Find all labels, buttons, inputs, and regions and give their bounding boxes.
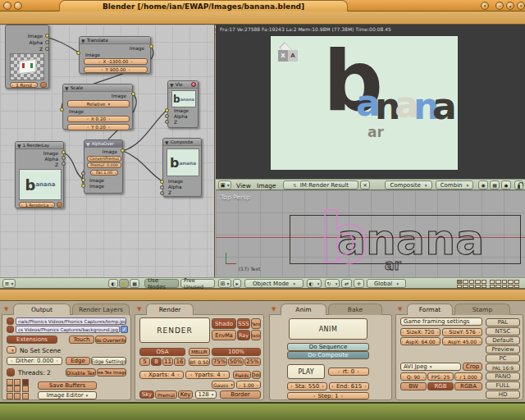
- tab-bake[interactable]: Bake: [328, 304, 382, 315]
- collapse-icon[interactable]: ▼: [65, 85, 69, 91]
- fps-base-field[interactable]: / 1.000: [454, 372, 482, 381]
- pano-toggle[interactable]: Pano: [251, 318, 261, 329]
- premul-toggle[interactable]: Premul: [155, 390, 177, 399]
- radio-toggle[interactable]: Radio: [251, 330, 261, 340]
- manipulator-button[interactable]: ⇄: [341, 279, 352, 288]
- do-composite-toggle[interactable]: Do Composite: [287, 351, 369, 359]
- osa-8-button[interactable]: 8: [151, 358, 162, 366]
- composite-input-z[interactable]: [160, 191, 164, 195]
- layer-toggle[interactable]: [475, 280, 480, 284]
- folder-icon[interactable]: [7, 317, 14, 325]
- placement-cell[interactable]: [7, 386, 13, 392]
- key-toggle[interactable]: Key: [178, 390, 193, 399]
- xparts-field[interactable]: Xparts: 4: [139, 371, 184, 379]
- layer-toggle[interactable]: [463, 285, 468, 289]
- minimize-button[interactable]: −: [495, 2, 504, 10]
- layer-toggle[interactable]: [482, 280, 486, 284]
- layer-toggle[interactable]: [469, 285, 474, 289]
- size-25-button[interactable]: 25%: [244, 358, 261, 366]
- fps-field[interactable]: FPS: 25: [427, 372, 454, 381]
- scale-mode-dropdown[interactable]: Relative: [67, 100, 130, 107]
- node-composite[interactable]: ▼Composite banana Image Alpha Z: [162, 138, 202, 197]
- do-sequence-toggle[interactable]: Do Sequence: [287, 343, 369, 351]
- image-editor[interactable]: Fra:17 Ve:27588 Fa:19243 La:2 Mem:10.98M…: [216, 25, 525, 179]
- tab-render[interactable]: Render: [146, 304, 194, 315]
- border-toggle[interactable]: Border: [220, 390, 261, 399]
- cpu-icon[interactable]: [7, 368, 15, 377]
- osa-5-button[interactable]: 5: [139, 358, 150, 366]
- viewport-3d[interactable]: anana b ar Top Persp (17) Text: [216, 190, 525, 277]
- filter-dropdown[interactable]: Gauss: [212, 381, 235, 389]
- size-100-button[interactable]: 100%: [212, 348, 261, 356]
- preset-full-button[interactable]: FULL: [486, 381, 520, 390]
- octree-dropdown[interactable]: 128: [195, 390, 217, 399]
- rgba-toggle[interactable]: RGBA: [454, 382, 482, 390]
- image-datablock-selector[interactable]: 1 Rend: [10, 82, 38, 88]
- placement-cell[interactable]: [7, 379, 13, 386]
- size-75-button[interactable]: 75%: [212, 358, 227, 366]
- scale-output-socket[interactable]: [131, 92, 135, 96]
- preset-pc-button[interactable]: PC: [486, 354, 520, 363]
- sky-toggle[interactable]: Sky: [139, 390, 154, 399]
- start-frame-field[interactable]: Sta: 550: [287, 382, 327, 390]
- output-socket-image[interactable]: [45, 34, 49, 38]
- image-datablock-selector[interactable]: IM:Render Result: [283, 180, 358, 189]
- translate-output-socket[interactable]: [149, 44, 153, 48]
- yparts-field[interactable]: Yparts: 4: [185, 371, 230, 379]
- placement-cell[interactable]: [14, 379, 21, 386]
- disable-tex-button[interactable]: Disable Tex: [66, 368, 96, 377]
- preset-pano-button[interactable]: PANO: [486, 372, 520, 381]
- placement-cell[interactable]: [14, 386, 21, 392]
- folder-icon[interactable]: [7, 326, 14, 333]
- node-scale[interactable]: ▼Scale Image Relative Image X 0.20 Y 0.2…: [62, 84, 133, 130]
- tab-render-layers[interactable]: Render Layers: [72, 304, 130, 315]
- edge-settings-button[interactable]: Edge Settings: [91, 357, 126, 365]
- free-tex-button[interactable]: Free Tex Images: [97, 368, 126, 377]
- quality-field[interactable]: Q: 90: [400, 372, 427, 381]
- composite-input-image[interactable]: [160, 180, 164, 184]
- preset-ntsc-button[interactable]: NTSC: [486, 327, 520, 336]
- pin-icon[interactable]: ◉: [478, 180, 488, 189]
- preset-preview-button[interactable]: Preview: [486, 345, 520, 354]
- layer-toggle[interactable]: [502, 285, 507, 289]
- output-path-field[interactable]: rials/Phonics Videos/Phonics Captures/te…: [16, 317, 126, 325]
- panel-collapse-icon[interactable]: ▼: [4, 306, 8, 313]
- alphaover-input1-socket[interactable]: [81, 178, 85, 182]
- viewer-input-alpha[interactable]: [165, 114, 169, 118]
- viewer-input-image[interactable]: [165, 108, 169, 112]
- layer-toggle[interactable]: [495, 285, 500, 289]
- viewport-type-button[interactable]: ⊞▾: [218, 279, 231, 288]
- preset-default-button[interactable]: Default: [486, 336, 520, 345]
- hand-button[interactable]: ✛: [354, 279, 364, 288]
- draw-mode-dropdown[interactable]: ◐: [307, 279, 322, 288]
- rt-field[interactable]: rt: 0: [328, 368, 369, 376]
- layer-buttons-left[interactable]: [457, 280, 486, 288]
- use-nodes-button[interactable]: Use Nodes: [144, 279, 179, 288]
- crop-toggle[interactable]: Crop: [463, 363, 482, 371]
- premul-field[interactable]: Premul: 0.000: [87, 162, 121, 168]
- translate-input-socket[interactable]: [76, 51, 80, 55]
- layer-toggle[interactable]: [495, 280, 500, 284]
- node-translate[interactable]: ▼Translate Image Image X -1300.00 Y 900.…: [79, 36, 151, 74]
- mblur-toggle[interactable]: MBLUR: [189, 348, 210, 356]
- collapse-icon[interactable]: ▼: [81, 38, 85, 43]
- panel-collapse-icon[interactable]: ▼: [398, 306, 402, 313]
- end-frame-field[interactable]: End: 615: [329, 382, 369, 390]
- layer-toggle[interactable]: [490, 280, 495, 284]
- play-button[interactable]: PLAY: [287, 364, 325, 379]
- maximize-button[interactable]: ▴: [506, 2, 514, 10]
- renderlayer-selector[interactable]: 1 RenderLa: [19, 202, 55, 208]
- dither-field[interactable]: Dither: 0.000: [7, 357, 62, 365]
- edge-button[interactable]: Edge: [66, 357, 90, 365]
- bw-toggle[interactable]: BW: [400, 382, 427, 390]
- convert-premul-button[interactable]: ConvertPremul: [87, 156, 121, 162]
- renderlayer-output-alpha[interactable]: [62, 156, 66, 160]
- titlebar[interactable]: Blender [/home/ian/EWAP/Images/banana.bl…: [0, 0, 525, 11]
- editor-type-button[interactable]: ▣▾: [218, 180, 231, 189]
- node-alphaover[interactable]: ▼AlphaOver Image ConvertPremul Premul: 0…: [84, 139, 123, 194]
- placement-cell[interactable]: [14, 393, 21, 399]
- osa-11-button[interactable]: 11: [162, 358, 173, 366]
- aspx-field[interactable]: AspX: 64.00: [400, 337, 441, 345]
- node-image[interactable]: Image Alpha Z 1 Rend: [5, 25, 49, 89]
- backbuf-checkbox[interactable]: ✓: [121, 326, 128, 333]
